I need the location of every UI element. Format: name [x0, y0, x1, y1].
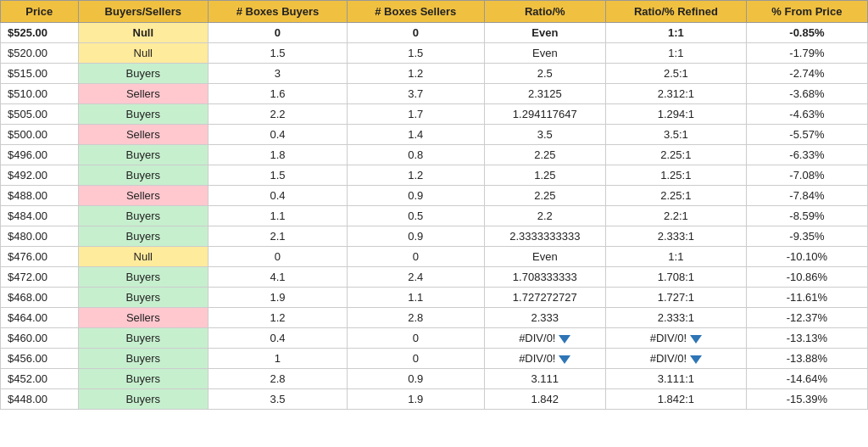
table-row: $460.00Buyers0.40#DIV/0!#DIV/0!-13.13% — [1, 328, 868, 349]
header-pct-from-price: % From Price — [746, 1, 867, 23]
cell-boxes-buyers: 0.4 — [209, 125, 348, 145]
cell-boxes-sellers: 0 — [347, 328, 484, 349]
cell-pct-from-price: -14.64% — [746, 369, 867, 389]
cell-boxes-sellers: 0 — [347, 23, 484, 43]
cell-price: $476.00 — [1, 247, 79, 267]
cell-price: $452.00 — [1, 369, 79, 389]
cell-price: $520.00 — [1, 43, 79, 64]
cell-ratio-refined: #DIV/0! — [605, 328, 746, 349]
table-row: $472.00Buyers4.12.41.7083333331.708:1-10… — [1, 267, 868, 288]
cell-buyers-sellers: Buyers — [78, 349, 209, 369]
header-row: Price Buyers/Sellers # Boxes Buyers # Bo… — [1, 1, 868, 23]
cell-ratio-refined: 1:1 — [605, 23, 746, 43]
cell-boxes-buyers: 1.9 — [209, 288, 348, 308]
cell-pct-from-price: -4.63% — [746, 104, 867, 125]
cell-boxes-sellers: 0 — [347, 247, 484, 267]
cell-ratio-refined: 1.842:1 — [605, 389, 746, 410]
cell-ratio: 2.25 — [484, 186, 605, 206]
cell-ratio-refined: 1.727:1 — [605, 288, 746, 308]
cell-price: $484.00 — [1, 206, 79, 226]
table-row: $476.00Null00Even1:1-10.10% — [1, 247, 868, 267]
cell-boxes-sellers: 1.2 — [347, 165, 484, 186]
cell-pct-from-price: -2.74% — [746, 64, 867, 84]
cell-ratio: Even — [484, 247, 605, 267]
cell-ratio-refined: 3.111:1 — [605, 369, 746, 389]
cell-boxes-sellers: 0 — [347, 349, 484, 369]
cell-boxes-buyers: 1.8 — [209, 145, 348, 165]
cell-buyers-sellers: Buyers — [78, 267, 209, 288]
cell-boxes-buyers: 1 — [209, 349, 348, 369]
cell-boxes-sellers: 2.4 — [347, 267, 484, 288]
cell-buyers-sellers: Null — [78, 43, 209, 64]
cell-boxes-buyers: 0 — [209, 23, 348, 43]
cell-boxes-sellers: 1.4 — [347, 125, 484, 145]
flag-icon — [690, 355, 702, 364]
table-row: $484.00Buyers1.10.52.22.2:1-8.59% — [1, 206, 868, 226]
cell-buyers-sellers: Sellers — [78, 125, 209, 145]
cell-boxes-buyers: 0 — [209, 247, 348, 267]
cell-buyers-sellers: Buyers — [78, 165, 209, 186]
cell-ratio: 2.3333333333 — [484, 226, 605, 247]
cell-pct-from-price: -9.35% — [746, 226, 867, 247]
cell-ratio: 2.5 — [484, 64, 605, 84]
cell-buyers-sellers: Buyers — [78, 145, 209, 165]
cell-ratio-refined: #DIV/0! — [605, 349, 746, 369]
cell-pct-from-price: -3.68% — [746, 84, 867, 104]
cell-boxes-buyers: 0.4 — [209, 186, 348, 206]
cell-price: $472.00 — [1, 267, 79, 288]
cell-price: $464.00 — [1, 308, 79, 328]
cell-price: $448.00 — [1, 389, 79, 410]
table-row: $500.00Sellers0.41.43.53.5:1-5.57% — [1, 125, 868, 145]
cell-price: $496.00 — [1, 145, 79, 165]
cell-buyers-sellers: Buyers — [78, 288, 209, 308]
cell-boxes-buyers: 3.5 — [209, 389, 348, 410]
cell-ratio: 1.708333333 — [484, 267, 605, 288]
table-row: $496.00Buyers1.80.82.252.25:1-6.33% — [1, 145, 868, 165]
cell-ratio: #DIV/0! — [484, 349, 605, 369]
cell-ratio: 2.3125 — [484, 84, 605, 104]
cell-boxes-buyers: 1.5 — [209, 165, 348, 186]
table-row: $510.00Sellers1.63.72.31252.312:1-3.68% — [1, 84, 868, 104]
cell-boxes-sellers: 0.5 — [347, 206, 484, 226]
flag-icon — [690, 335, 702, 344]
cell-ratio: 1.294117647 — [484, 104, 605, 125]
cell-price: $456.00 — [1, 349, 79, 369]
cell-boxes-buyers: 3 — [209, 64, 348, 84]
cell-ratio-refined: 1:1 — [605, 43, 746, 64]
cell-price: $505.00 — [1, 104, 79, 125]
cell-price: $492.00 — [1, 165, 79, 186]
cell-boxes-sellers: 1.7 — [347, 104, 484, 125]
cell-ratio-refined: 2.25:1 — [605, 145, 746, 165]
cell-ratio: 3.5 — [484, 125, 605, 145]
table-row: $515.00Buyers31.22.52.5:1-2.74% — [1, 64, 868, 84]
cell-boxes-sellers: 1.5 — [347, 43, 484, 64]
cell-boxes-sellers: 2.8 — [347, 308, 484, 328]
cell-buyers-sellers: Null — [78, 23, 209, 43]
cell-pct-from-price: -13.13% — [746, 328, 867, 349]
cell-ratio-refined: 1.294:1 — [605, 104, 746, 125]
cell-boxes-buyers: 1.2 — [209, 308, 348, 328]
cell-boxes-sellers: 0.9 — [347, 226, 484, 247]
cell-price: $515.00 — [1, 64, 79, 84]
header-price: Price — [1, 1, 79, 23]
cell-ratio: Even — [484, 23, 605, 43]
cell-ratio: #DIV/0! — [484, 328, 605, 349]
cell-ratio: 1.727272727 — [484, 288, 605, 308]
cell-ratio-refined: 2.333:1 — [605, 308, 746, 328]
table-row: $525.00Null00Even1:1-0.85% — [1, 23, 868, 43]
table-row: $448.00Buyers3.51.91.8421.842:1-15.39% — [1, 389, 868, 410]
table-row: $464.00Sellers1.22.82.3332.333:1-12.37% — [1, 308, 868, 328]
cell-pct-from-price: -1.79% — [746, 43, 867, 64]
cell-boxes-sellers: 3.7 — [347, 84, 484, 104]
cell-ratio-refined: 2.312:1 — [605, 84, 746, 104]
cell-boxes-buyers: 1.1 — [209, 206, 348, 226]
cell-ratio-refined: 2.333:1 — [605, 226, 746, 247]
cell-price: $525.00 — [1, 23, 79, 43]
cell-boxes-sellers: 0.9 — [347, 186, 484, 206]
table-row: $488.00Sellers0.40.92.252.25:1-7.84% — [1, 186, 868, 206]
cell-buyers-sellers: Buyers — [78, 389, 209, 410]
cell-buyers-sellers: Sellers — [78, 308, 209, 328]
table-row: $520.00Null1.51.5Even1:1-1.79% — [1, 43, 868, 64]
cell-boxes-buyers: 1.6 — [209, 84, 348, 104]
table-row: $468.00Buyers1.91.11.7272727271.727:1-11… — [1, 288, 868, 308]
